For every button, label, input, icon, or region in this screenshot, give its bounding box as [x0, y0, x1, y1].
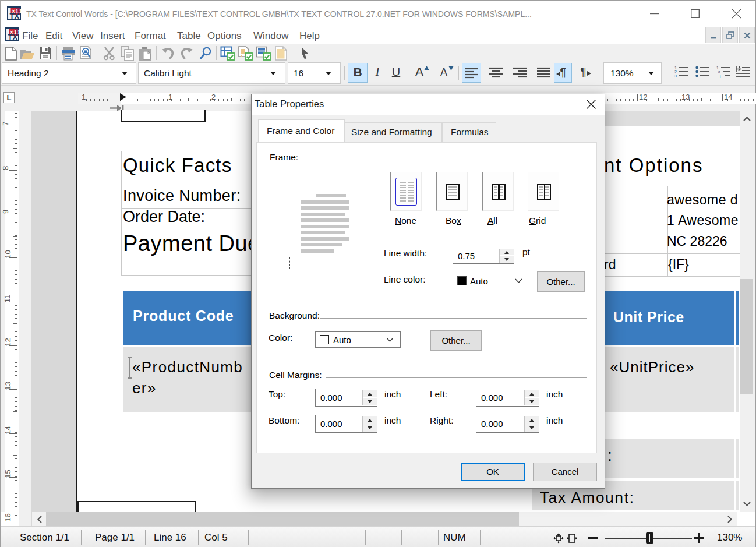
svg-text:1: 1 — [716, 66, 719, 70]
svg-text:a: a — [718, 70, 720, 74]
svg-text:2: 2 — [674, 70, 677, 74]
svg-text:3: 3 — [674, 74, 677, 78]
svg-text:TX: TX — [8, 33, 18, 41]
svg-text:i: i — [720, 75, 720, 79]
svg-text:1: 1 — [674, 66, 677, 70]
svg-text:TX: TX — [10, 12, 20, 20]
